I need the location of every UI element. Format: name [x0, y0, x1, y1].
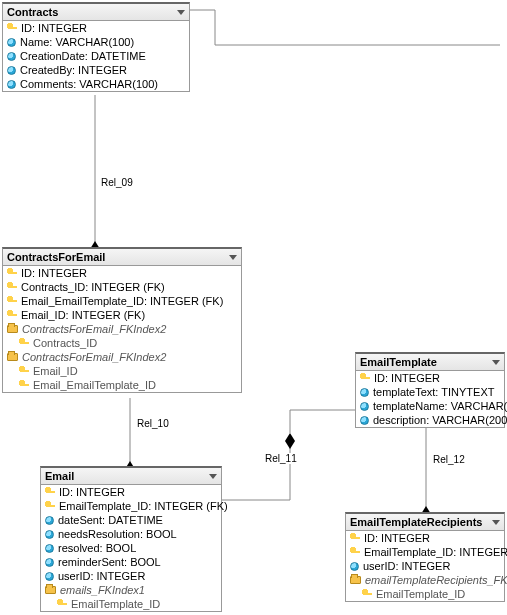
chevron-down-icon[interactable] [492, 360, 500, 365]
column-row: templateName: VARCHAR(75) [356, 399, 504, 413]
folder-icon [7, 353, 18, 361]
index-row: ContractsForEmail_FKIndex2 [3, 322, 241, 336]
key-icon [7, 296, 17, 306]
table-header[interactable]: EmailTemplateRecipients [346, 514, 504, 531]
key-icon [57, 599, 67, 609]
column-icon [360, 388, 369, 397]
svg-marker-2 [285, 433, 295, 449]
column-row: Email_EmailTemplate_ID: INTEGER (FK) [3, 294, 241, 308]
chevron-down-icon[interactable] [209, 474, 217, 479]
column-icon [7, 38, 16, 47]
column-row: Contracts_ID: INTEGER (FK) [3, 280, 241, 294]
column-icon [45, 530, 54, 539]
index-col-row: Email_ID [3, 364, 241, 378]
key-icon [360, 373, 370, 383]
column-icon [350, 562, 359, 571]
key-icon [19, 338, 29, 348]
table-title: Email [45, 470, 74, 482]
column-row: ID: INTEGER [41, 485, 221, 499]
table-email-template[interactable]: EmailTemplate ID: INTEGER templateText: … [355, 352, 505, 428]
column-row: ID: INTEGER [356, 371, 504, 385]
table-title: EmailTemplate [360, 356, 437, 368]
column-row: CreatedBy: INTEGER [3, 63, 189, 77]
column-row: ID: INTEGER [346, 531, 504, 545]
column-icon [360, 416, 369, 425]
index-col-row: EmailTemplate_ID [346, 587, 504, 601]
column-row: ID: INTEGER [3, 266, 241, 280]
key-icon [7, 282, 17, 292]
table-email[interactable]: Email ID: INTEGER EmailTemplate_ID: INTE… [40, 466, 222, 612]
column-row: needsResolution: BOOL [41, 527, 221, 541]
column-icon [45, 558, 54, 567]
table-title: EmailTemplateRecipients [350, 516, 482, 528]
index-row: emails_FKIndex1 [41, 583, 221, 597]
table-contracts-for-email[interactable]: ContractsForEmail ID: INTEGER Contracts_… [2, 247, 242, 393]
column-row: userID: INTEGER [346, 559, 504, 573]
column-icon [45, 516, 54, 525]
column-icon [7, 52, 16, 61]
index-row: ContractsForEmail_FKIndex2 [3, 350, 241, 364]
column-row: userID: INTEGER [41, 569, 221, 583]
table-header[interactable]: EmailTemplate [356, 354, 504, 371]
key-icon [350, 533, 360, 543]
column-row: Comments: VARCHAR(100) [3, 77, 189, 91]
relation-label-12: Rel_12 [432, 454, 466, 465]
table-title: ContractsForEmail [7, 251, 105, 263]
key-icon [45, 487, 55, 497]
key-icon [7, 268, 17, 278]
folder-icon [45, 586, 56, 594]
key-icon [45, 501, 55, 511]
column-row: dateSent: DATETIME [41, 513, 221, 527]
column-row: CreationDate: DATETIME [3, 49, 189, 63]
column-icon [45, 572, 54, 581]
chevron-down-icon[interactable] [177, 10, 185, 15]
index-col-row: EmailTemplate_ID [41, 597, 221, 611]
column-row: resolved: BOOL [41, 541, 221, 555]
table-header[interactable]: ContractsForEmail [3, 249, 241, 266]
chevron-down-icon[interactable] [492, 520, 500, 525]
column-row: EmailTemplate_ID: INTEGER (FK) [41, 499, 221, 513]
column-icon [7, 80, 16, 89]
table-contracts[interactable]: Contracts ID: INTEGER Name: VARCHAR(100)… [2, 2, 190, 92]
column-row: EmailTemplate_ID: INTEGER (FK) [346, 545, 504, 559]
column-row: templateText: TINYTEXT [356, 385, 504, 399]
folder-icon [7, 325, 18, 333]
key-icon [350, 547, 360, 557]
key-icon [7, 23, 17, 33]
table-email-template-recipients[interactable]: EmailTemplateRecipients ID: INTEGER Emai… [345, 512, 505, 602]
folder-icon [350, 576, 361, 584]
column-icon [45, 544, 54, 553]
table-header[interactable]: Email [41, 468, 221, 485]
table-title: Contracts [7, 6, 58, 18]
column-row: Email_ID: INTEGER (FK) [3, 308, 241, 322]
relation-label-10: Rel_10 [136, 418, 170, 429]
index-row: emailTemplateRecipients_FKIndex1 [346, 573, 504, 587]
chevron-down-icon[interactable] [229, 255, 237, 260]
key-icon [19, 380, 29, 390]
key-icon [362, 589, 372, 599]
column-icon [7, 66, 16, 75]
relation-label-11: Rel_11 [264, 453, 298, 464]
column-icon [360, 402, 369, 411]
key-icon [19, 366, 29, 376]
index-col-row: Contracts_ID [3, 336, 241, 350]
column-row: ID: INTEGER [3, 21, 189, 35]
relation-label-09: Rel_09 [100, 177, 134, 188]
column-row: reminderSent: BOOL [41, 555, 221, 569]
table-header[interactable]: Contracts [3, 4, 189, 21]
column-row: Name: VARCHAR(100) [3, 35, 189, 49]
index-col-row: Email_EmailTemplate_ID [3, 378, 241, 392]
column-row: description: VARCHAR(200) [356, 413, 504, 427]
key-icon [7, 310, 17, 320]
